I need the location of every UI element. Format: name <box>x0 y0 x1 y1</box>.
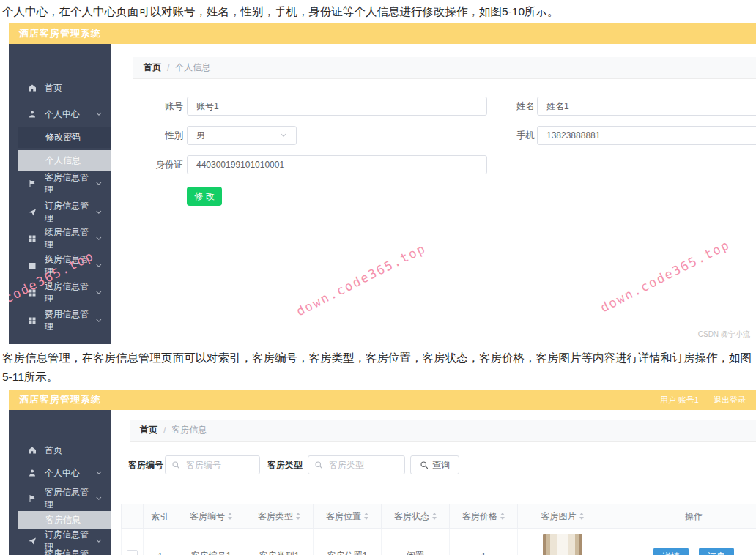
col-header-label: 索引 <box>152 510 169 523</box>
sidebar-item-label: 首页 <box>45 82 62 94</box>
col-header-label: 客房类型 <box>258 510 293 523</box>
breadcrumb-current: 个人信息 <box>175 62 210 74</box>
sort-icon[interactable] <box>500 513 505 520</box>
breadcrumb-home[interactable]: 首页 <box>140 424 158 436</box>
gender-value: 男 <box>196 130 205 142</box>
sidebar-item-renew-info-mgmt[interactable]: 续房信息管理 <box>9 549 111 555</box>
sidebar-item-booking-info-mgmt[interactable]: 订房信息管理 <box>9 201 111 223</box>
query-button-label: 查询 <box>432 459 450 472</box>
app-title: 酒店客房管理系统 <box>19 27 101 40</box>
sidebar: 首页 个人中心 客房信息管理 客房信息 订房信息管理 续房信息管理 <box>9 410 111 555</box>
sidebar-item-home[interactable]: 首页 <box>9 77 111 99</box>
room-type-search-input[interactable] <box>327 459 399 471</box>
col-header-room-price[interactable]: 客房价格 <box>450 504 518 529</box>
table-row: 1 客房编号1 客房类型1 客房位置1 闲置 1 详情 订房 <box>122 529 756 555</box>
sidebar-item-checkout-info-mgmt[interactable]: 退房信息管理 <box>9 282 111 304</box>
app-title: 酒店客房管理系统 <box>19 393 101 406</box>
document-page: { "document": { "paragraph_1": "个人中心，在个人… <box>0 0 756 555</box>
room-type-search-field[interactable] <box>308 455 405 474</box>
sort-icon[interactable] <box>364 513 368 520</box>
sidebar-item-label: 个人中心 <box>45 467 80 480</box>
room-no-search-field[interactable] <box>165 455 260 474</box>
phone-input[interactable] <box>537 126 756 145</box>
sidebar-item-label: 客房信息管理 <box>45 486 95 511</box>
cell-index: 1 <box>144 529 177 555</box>
sidebar-subitem-label: 修改密码 <box>45 131 81 144</box>
logout-link[interactable]: 退出登录 <box>714 395 746 406</box>
col-header-room-position[interactable]: 客房位置 <box>314 504 382 529</box>
row-checkbox[interactable] <box>127 550 138 555</box>
query-button[interactable]: 查询 <box>410 455 459 474</box>
chevron-down-icon <box>95 180 103 187</box>
sort-icon[interactable] <box>432 513 437 520</box>
intro-paragraph-personal-center: 个人中心，在个人中心页面可以对账号，姓名，性别，手机，身份证等个人信息进行修改操… <box>2 2 754 21</box>
sidebar-item-personal-center[interactable]: 个人中心 <box>9 103 111 125</box>
col-header-room-image[interactable]: 客房图片 <box>518 504 607 529</box>
account-input[interactable] <box>187 97 487 116</box>
sidebar: 首页 个人中心 修改密码 个人信息 客房信息管理 订房信息管理 续房信息管理 <box>9 44 111 344</box>
sidebar-item-room-info-mgmt[interactable]: 客房信息管理 <box>9 488 111 510</box>
chevron-down-icon <box>95 289 103 297</box>
sidebar-item-fee-info-mgmt[interactable]: 费用信息管理 <box>9 310 111 332</box>
col-header-room-status[interactable]: 客房状态 <box>382 504 450 529</box>
sort-icon[interactable] <box>296 513 300 520</box>
app-header: 酒店客房管理系统 <box>9 23 756 44</box>
sidebar-item-change-room-mgmt[interactable]: 换房信息管理 <box>9 255 111 277</box>
name-input[interactable] <box>537 97 756 116</box>
sidebar-subitem-label: 个人信息 <box>45 154 81 167</box>
col-header-label: 客房状态 <box>394 510 429 523</box>
breadcrumb: 首页 / 个人信息 <box>133 57 756 79</box>
sidebar-subitem-label: 客房信息 <box>45 514 81 526</box>
sidebar-subitem-personal-info[interactable]: 个人信息 <box>18 150 111 171</box>
flag-icon <box>28 179 37 188</box>
sidebar-item-label: 换房信息管理 <box>45 253 95 278</box>
sidebar-item-label: 个人中心 <box>45 108 80 121</box>
breadcrumb-separator: / <box>163 425 166 436</box>
col-header-room-no[interactable]: 客房编号 <box>177 504 245 529</box>
col-header-index[interactable]: 索引 <box>144 504 177 529</box>
gender-select[interactable]: 男 <box>187 126 297 145</box>
book-button[interactable]: 订房 <box>699 548 734 555</box>
chevron-down-icon <box>280 132 287 139</box>
sort-icon[interactable] <box>579 513 584 520</box>
sidebar-item-label: 续房信息管理 <box>45 548 95 555</box>
breadcrumb-separator: / <box>167 63 169 73</box>
chevron-down-icon <box>95 235 103 242</box>
cell-room-price: 1 <box>450 529 518 555</box>
detail-button[interactable]: 详情 <box>653 548 689 555</box>
sidebar-subitem-room-info[interactable]: 客房信息 <box>18 511 111 529</box>
sidebar-subitem-change-password[interactable]: 修改密码 <box>18 127 111 148</box>
phone-label: 手机 <box>498 126 535 145</box>
idcard-input[interactable] <box>187 155 487 174</box>
search-icon <box>420 461 429 469</box>
sidebar-item-personal-center[interactable]: 个人中心 <box>9 462 111 484</box>
col-header-label: 操作 <box>685 510 703 523</box>
col-header-room-type[interactable]: 客房类型 <box>245 504 314 529</box>
sidebar-item-label: 续房信息管理 <box>45 226 95 251</box>
sidebar-item-label: 退房信息管理 <box>45 280 95 305</box>
breadcrumb-home[interactable]: 首页 <box>144 62 161 74</box>
figure-5-11-room-info-screenshot: 酒店客房管理系统 用户 账号1 退出登录 首页 个人中心 客房信息管理 客房信息… <box>9 390 756 555</box>
grid-icon <box>28 288 37 297</box>
sort-icon[interactable] <box>228 513 232 520</box>
grid-icon <box>28 234 37 243</box>
account-label: 账号 <box>147 97 183 116</box>
idcard-label: 身份证 <box>139 155 183 174</box>
select-all-header[interactable] <box>122 504 144 529</box>
sidebar-item-home[interactable]: 首页 <box>9 439 111 461</box>
table-header-row: 索引 客房编号 客房类型 客房位置 客房状态 客房价格 客房图片 操作 <box>122 504 756 529</box>
chevron-down-icon <box>95 537 103 545</box>
chevron-down-icon <box>95 469 103 477</box>
room-table: 索引 客房编号 客房类型 客房位置 客房状态 客房价格 客房图片 操作 1 客房… <box>121 504 756 555</box>
send-icon <box>28 208 37 217</box>
app-header: 酒店客房管理系统 用户 账号1 退出登录 <box>9 390 756 410</box>
room-photo-thumbnail[interactable] <box>543 534 582 555</box>
cell-room-no: 客房编号1 <box>177 529 245 555</box>
home-icon <box>28 446 37 455</box>
room-no-search-input[interactable] <box>185 459 253 471</box>
sidebar-item-renew-info-mgmt[interactable]: 续房信息管理 <box>9 228 111 250</box>
modify-button[interactable]: 修 改 <box>187 187 222 206</box>
flag-icon <box>28 494 37 503</box>
sidebar-item-label: 订房信息管理 <box>45 200 95 225</box>
sidebar-item-room-info-mgmt[interactable]: 客房信息管理 <box>9 173 111 195</box>
